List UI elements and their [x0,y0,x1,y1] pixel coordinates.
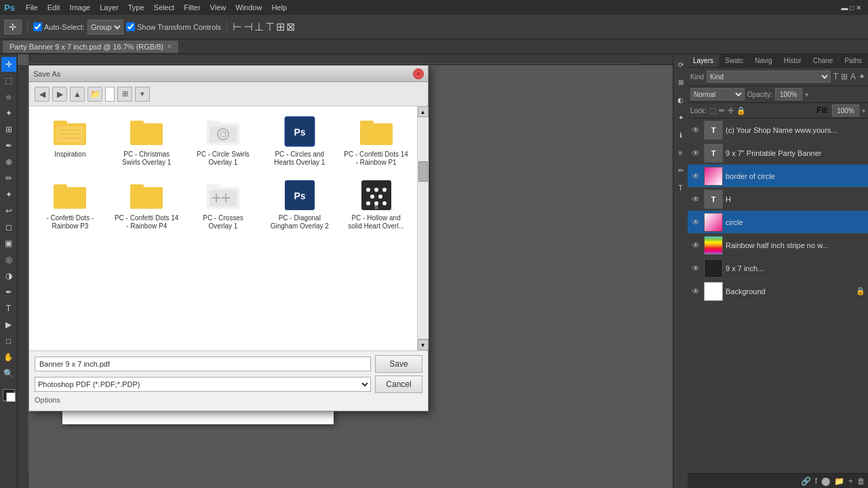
scroll-thumb[interactable] [418,161,428,182]
layer-item[interactable]: 👁 T H [688,188,868,211]
blur-btn[interactable]: ◎ [1,252,16,267]
layer-eye-icon[interactable]: 👁 [690,195,701,204]
layer-item[interactable]: 👁 9 x 7 inch... [688,257,868,280]
layers-tab[interactable]: Layers [688,54,719,67]
channels-tab[interactable]: Chane [808,54,839,67]
format-select[interactable]: Photoshop PDF (*.PDF;*.PDP) [35,377,371,392]
menu-layer[interactable]: Layer [96,2,123,13]
lasso-tool-btn[interactable]: ⌾ [1,89,16,104]
layer-eye-icon[interactable]: 👁 [690,218,701,227]
shape-tool-btn[interactable]: □ [1,333,16,348]
crop-tool-btn[interactable]: ⊞ [1,122,16,137]
styles-icon[interactable]: ✦ [673,110,688,125]
lock-position-btn[interactable]: ✛ [728,106,734,115]
menu-select[interactable]: Select [150,2,179,13]
dialog-view-btn-1[interactable]: ⊞ [117,87,132,102]
swatches-tab[interactable]: Swatc [719,54,749,67]
file-item[interactable]: PC - Crosses Overlay 1 [188,176,259,234]
auto-select-checkbox[interactable] [33,22,42,31]
eraser-btn[interactable]: ◻ [1,220,16,235]
filter-icon-3[interactable]: A [850,72,856,81]
transform-checkbox[interactable] [126,22,135,31]
layer-group-icon[interactable]: 📁 [834,476,844,486]
file-item[interactable]: PC - Confetti Dots 14 - Rainbow P1 [340,112,412,170]
adjustments-icon[interactable]: ◐ [673,92,688,107]
dialog-back-btn[interactable]: ◀ [35,87,50,102]
layer-eye-icon[interactable]: 👁 [690,287,701,296]
dodge-btn[interactable]: ◑ [1,268,16,283]
menu-filter[interactable]: Filter [180,2,204,13]
layer-new-icon[interactable]: + [848,476,853,486]
gradient-btn[interactable]: ▣ [1,236,16,251]
menu-image[interactable]: Image [66,2,95,13]
layer-item[interactable]: 👁 border of circle [688,165,868,188]
layer-item[interactable]: 👁 T 9 x 7" Printable Party Banner [688,142,868,165]
layer-item[interactable]: 👁 T (c) Your Shop Name www.yours... [688,119,868,142]
hand-tool-btn[interactable]: ✋ [1,350,16,365]
layer-mask-icon[interactable]: ⬤ [821,476,830,486]
filter-icon-2[interactable]: ⊞ [841,72,848,81]
history-icon[interactable]: ⟳ [673,57,688,72]
fill-arrow[interactable]: ▾ [862,107,865,115]
scroll-up-btn[interactable]: ▲ [418,106,429,117]
file-item[interactable]: PC - Circle Swirls Overlay 1 [188,112,259,170]
layer-eye-icon[interactable]: 👁 [690,125,701,135]
brush-tool-btn[interactable]: ✏ [1,171,16,186]
pen-tool-btn[interactable]: ✒ [1,285,16,300]
menu-type[interactable]: Type [124,2,149,13]
lock-transparent-btn[interactable]: ⬚ [709,106,716,115]
layer-fx-icon[interactable]: f [815,476,817,486]
layer-link-icon[interactable]: 🔗 [801,476,811,486]
layer-item[interactable]: 👁 Rainbow half inch stripe no w... [688,234,868,257]
move-tool-btn[interactable]: ✛ [1,57,16,72]
menu-help[interactable]: Help [267,2,291,13]
filename-input[interactable] [35,357,371,371]
menu-window[interactable]: Window [231,2,266,13]
opacity-arrow[interactable]: ▾ [805,91,808,98]
menu-edit[interactable]: Edit [43,2,64,13]
blend-mode-select[interactable]: Normal [690,88,745,100]
layer-item[interactable]: 👁 Background 🔒 [688,280,868,303]
scroll-down-btn[interactable]: ▼ [418,340,429,350]
filter-icon-4[interactable]: ✦ [859,72,865,81]
type-icon[interactable]: T [673,180,688,195]
file-item[interactable]: - Confetti Dots - Rainbow P3 [35,176,106,234]
zoom-tool-btn[interactable]: 🔍 [1,366,16,381]
lock-all-btn[interactable]: 🔒 [736,106,746,115]
history-tab[interactable]: Histor [778,54,808,67]
channels-icon[interactable]: ≡ [673,145,688,160]
file-item[interactable]: PC - Confetti Dots 14 - Rainbow P4 [111,176,182,234]
save-button[interactable]: Save [375,355,422,373]
layer-eye-icon[interactable]: 👁 [690,264,701,273]
magic-wand-btn[interactable]: ✦ [1,106,16,121]
eyedropper-btn[interactable]: ✒ [1,138,16,153]
bg-color-swatch[interactable] [6,392,16,402]
info-icon[interactable]: ℹ [673,127,688,142]
dialog-view-btn-2[interactable]: ▾ [135,87,150,102]
fg-color-swatch[interactable] [3,389,15,401]
group-select[interactable]: Group Layer [87,20,123,35]
path-select-btn[interactable]: ▶ [1,317,16,332]
filter-type-select[interactable]: Kind [707,70,831,83]
filter-toggle[interactable]: T [833,72,838,81]
file-item[interactable]: Ps PC - Circles and Hearts Overlay 1 [264,112,335,170]
paths-icon[interactable]: ✏ [673,163,688,178]
move-tool[interactable]: ✛ [4,20,22,35]
opacity-input[interactable] [775,88,802,100]
file-item[interactable]: Inspiration [35,112,106,170]
fill-input[interactable] [832,104,859,117]
dialog-new-folder-btn[interactable]: 📁 [87,87,102,102]
paths-tab[interactable]: Paths [839,54,868,67]
layer-eye-icon[interactable]: 👁 [690,241,701,250]
tab-close-btn[interactable]: × [167,43,172,50]
cancel-button[interactable]: Cancel [375,375,422,393]
layer-delete-icon[interactable]: 🗑 [857,476,865,486]
clone-stamp-btn[interactable]: ✦ [1,187,16,202]
dialog-close-button[interactable]: × [413,68,424,79]
layer-eye-icon[interactable]: 👁 [690,148,701,158]
marquee-tool-btn[interactable]: ⬚ [1,73,16,88]
menu-file[interactable]: File [22,2,42,13]
healing-brush-btn[interactable]: ⊕ [1,155,16,169]
dialog-forward-btn[interactable]: ▶ [52,87,67,102]
file-item[interactable]: PC - Christmas Swirls Overlay 1 [111,112,182,170]
